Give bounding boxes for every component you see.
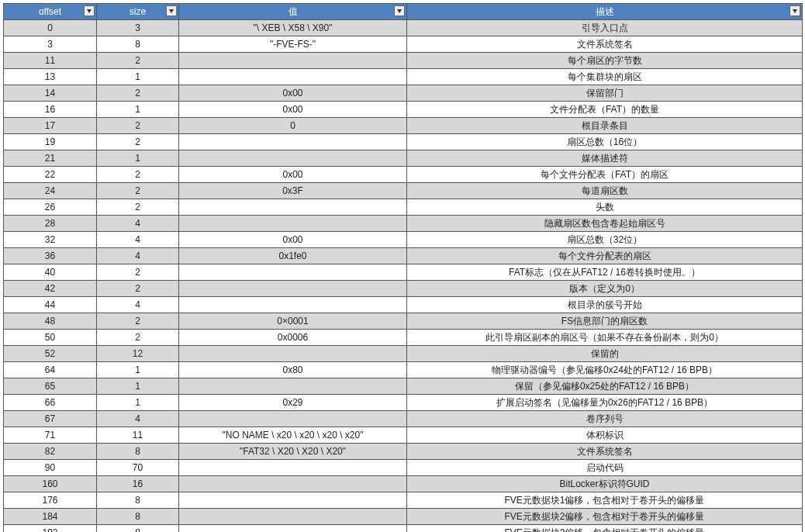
cell-offset: 16 [4, 102, 97, 118]
col-desc-label: 描述 [596, 6, 614, 17]
table-row: 828"FAT32 \ X20 \ X20 \ X20"文件系统签名 [4, 444, 803, 460]
table-row: 402FAT标志（仅在从FAT12 / 16卷转换时使用。） [4, 264, 803, 281]
filter-icon[interactable] [789, 5, 800, 16]
col-offset[interactable]: offset [4, 4, 97, 20]
table-body: 03"\ XEB \ X58 \ X90"引导入口点38"-FVE-FS-"文件… [4, 20, 803, 533]
filter-icon[interactable] [84, 5, 95, 16]
cell-offset: 64 [4, 362, 97, 378]
cell-offset: 24 [4, 183, 97, 199]
cell-desc: 每个扇区的字节数 [407, 53, 803, 69]
cell-size: 70 [97, 460, 179, 476]
cell-offset: 52 [4, 346, 97, 362]
cell-size: 12 [97, 346, 179, 362]
cell-size: 8 [97, 492, 179, 509]
cell-size: 4 [97, 411, 179, 427]
cell-desc: 保留（参见偏移0x25处的FAT12 / 16 BPB） [407, 378, 803, 395]
cell-offset: 50 [4, 330, 97, 346]
cell-desc: 文件系统签名 [407, 36, 803, 53]
cell-size: 2 [97, 167, 179, 183]
table-row: 1720根目录条目 [4, 118, 803, 134]
cell-value [179, 281, 407, 297]
cell-size: 8 [97, 444, 179, 460]
cell-value [179, 69, 407, 85]
cell-value [179, 460, 407, 476]
table-row: 6410x80物理驱动器编号（参见偏移0x24处的FAT12 / 16 BPB） [4, 362, 803, 378]
cell-desc: 每道扇区数 [407, 183, 803, 199]
cell-size: 2 [97, 281, 179, 297]
cell-offset: 192 [4, 525, 97, 533]
cell-size: 8 [97, 509, 179, 525]
col-value[interactable]: 值 [179, 4, 407, 20]
cell-value [179, 346, 407, 362]
cell-desc: 扇区总数（16位） [407, 134, 803, 150]
col-size[interactable]: size [97, 4, 179, 20]
table-row: 674卷序列号 [4, 411, 803, 427]
cell-value [179, 476, 407, 492]
table-row: 3240x00扇区总数（32位） [4, 232, 803, 248]
cell-offset: 44 [4, 297, 97, 313]
table-row: 262头数 [4, 199, 803, 216]
cell-size: 2 [97, 183, 179, 199]
cell-size: 8 [97, 36, 179, 53]
cell-size: 2 [97, 118, 179, 134]
cell-size: 3 [97, 20, 179, 36]
cell-desc: 卷序列号 [407, 411, 803, 427]
cell-value: 0×0001 [179, 313, 407, 330]
col-size-label: size [130, 6, 146, 17]
cell-offset: 65 [4, 378, 97, 395]
cell-value [179, 216, 407, 232]
cell-size: 2 [97, 134, 179, 150]
filter-icon[interactable] [394, 5, 405, 16]
cell-desc: FVE元数据块3偏移，包含相对于卷开头的偏移量 [407, 525, 803, 533]
cell-offset: 48 [4, 313, 97, 330]
cell-offset: 66 [4, 395, 97, 411]
table-row: 9070启动代码 [4, 460, 803, 476]
cell-desc: 版本（定义为0） [407, 281, 803, 297]
table-row: 5020x0006此引导扇区副本的扇区号（如果不存在备份副本，则为0） [4, 330, 803, 346]
cell-desc: 媒体描述符 [407, 150, 803, 167]
cell-size: 2 [97, 330, 179, 346]
cell-desc: 每个文件分配表（FAT）的扇区 [407, 167, 803, 183]
cell-value [179, 264, 407, 281]
col-desc[interactable]: 描述 [407, 4, 803, 20]
cell-offset: 11 [4, 53, 97, 69]
cell-desc: 每个文件分配表的扇区 [407, 248, 803, 264]
cell-offset: 40 [4, 264, 97, 281]
cell-value: 0 [179, 118, 407, 134]
cell-size: 1 [97, 69, 179, 85]
cell-desc: 每个集群块的扇区 [407, 69, 803, 85]
cell-size: 4 [97, 297, 179, 313]
cell-offset: 3 [4, 36, 97, 53]
table-row: 444根目录的簇号开始 [4, 297, 803, 313]
table-row: 16016BitLocker标识符GUID [4, 476, 803, 492]
cell-size: 1 [97, 395, 179, 411]
cell-value: 0x29 [179, 395, 407, 411]
table-row: 1610x00文件分配表（FAT）的数量 [4, 102, 803, 118]
cell-value: 0x00 [179, 102, 407, 118]
cell-desc: 根目录条目 [407, 118, 803, 134]
cell-size: 4 [97, 216, 179, 232]
table-row: 6610x29扩展启动签名（见偏移量为0x26的FAT12 / 16 BPB） [4, 395, 803, 411]
cell-offset: 67 [4, 411, 97, 427]
cell-size: 11 [97, 427, 179, 444]
table-row: 284隐藏扇区数包含卷起始扇区号 [4, 216, 803, 232]
cell-offset: 184 [4, 509, 97, 525]
cell-desc: 扩展启动签名（见偏移量为0x26的FAT12 / 16 BPB） [407, 395, 803, 411]
cell-size: 1 [97, 102, 179, 118]
cell-size: 16 [97, 476, 179, 492]
table-row: 5212保留的 [4, 346, 803, 362]
header-row: offset size 值 描述 [4, 4, 803, 20]
table-row: 422版本（定义为0） [4, 281, 803, 297]
cell-desc: 物理驱动器编号（参见偏移0x24处的FAT12 / 16 BPB） [407, 362, 803, 378]
cell-offset: 0 [4, 20, 97, 36]
cell-size: 2 [97, 264, 179, 281]
cell-value: "-FVE-FS-" [179, 36, 407, 53]
cell-value [179, 150, 407, 167]
col-offset-label: offset [39, 6, 61, 17]
cell-value [179, 134, 407, 150]
cell-value [179, 378, 407, 395]
cell-value [179, 53, 407, 69]
cell-size: 2 [97, 53, 179, 69]
filter-icon[interactable] [166, 5, 177, 16]
cell-desc: FS信息部门的扇区数 [407, 313, 803, 330]
